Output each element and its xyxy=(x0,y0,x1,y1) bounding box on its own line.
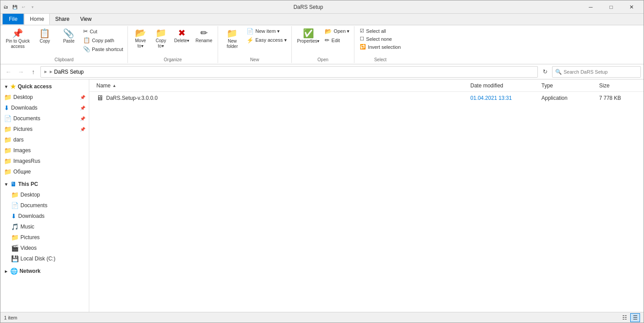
move-to-button[interactable]: 📂 Move to▾ xyxy=(131,27,150,50)
sidebar-item-music-pc[interactable]: 🎵 Music xyxy=(0,221,89,232)
pin-label: Pin to Quick access xyxy=(6,39,30,49)
sidebar-label-obshie: Общие xyxy=(13,169,85,175)
ribbon-group-select: ☑ Select all ☐ Select none 🔁 Invert sele… xyxy=(354,26,406,63)
organize-content: 📂 Move to▾ 📁 Copy to▾ ✖ Delete▾ ✏ Rename xyxy=(131,27,215,56)
open-label: Open ▾ xyxy=(334,28,350,34)
new-item-button[interactable]: 📄 New item ▾ xyxy=(245,27,289,35)
imagesrus-folder-icon: 📁 xyxy=(4,158,12,165)
sidebar-this-pc-header[interactable]: ▼ 🖥 This PC xyxy=(0,179,89,189)
new-folder-icon: 📁 xyxy=(227,29,238,38)
address-path[interactable]: ► ► DaRS Setup xyxy=(40,66,538,78)
paste-icon: 📎 xyxy=(63,29,74,38)
column-date-header[interactable]: Date modified xyxy=(467,81,538,91)
select-all-button[interactable]: ☑ Select all xyxy=(357,27,403,35)
copy-button[interactable]: 📋 Copy xyxy=(33,27,56,46)
sidebar-item-pictures-qa[interactable]: 📁 Pictures 📌 xyxy=(0,124,89,134)
status-bar: 1 item ☷ ☰ xyxy=(0,312,644,323)
sidebar-item-desktop-pc[interactable]: 📁 Desktop xyxy=(0,189,89,200)
easy-access-button[interactable]: ⚡ Easy access ▾ xyxy=(245,36,289,44)
network-icon: 🌐 xyxy=(10,268,18,275)
sidebar-label-pictures-pc: Pictures xyxy=(20,234,85,240)
column-name-header[interactable]: Name ▲ xyxy=(93,81,467,91)
tab-view[interactable]: View xyxy=(75,13,97,25)
file-icon: 🖥 xyxy=(96,94,103,102)
title-bar: 🗂 💾 ↩ ▾ DaRS Setup ─ □ ✕ xyxy=(0,0,644,14)
up-button[interactable]: ↑ xyxy=(28,67,39,77)
refresh-button[interactable]: ↻ xyxy=(540,67,550,77)
sidebar-item-downloads-qa[interactable]: ⬇ Downloads 📌 xyxy=(0,102,89,113)
sidebar-item-obshie[interactable]: 📁 Общие xyxy=(0,166,89,177)
properties-icon: ✅ xyxy=(303,29,314,38)
content-area: Name ▲ Date modified Type Size 🖥 DaRS.Se… xyxy=(89,79,644,323)
search-box[interactable]: 🔍 xyxy=(552,66,641,78)
sidebar-network-header[interactable]: ► 🌐 Network xyxy=(0,266,89,276)
paste-shortcut-button[interactable]: 📎 Paste shortcut xyxy=(81,45,125,53)
table-row[interactable]: 🖥 DaRS.Setup-v.3.0.0.0 01.04.2021 13:31 … xyxy=(89,92,644,104)
tab-share[interactable]: Share xyxy=(50,13,75,25)
quick-access-toolbar: 💾 xyxy=(11,4,18,11)
cut-label: Cut xyxy=(90,29,97,34)
main-layout: ▼ ★ Quick access 📁 Desktop 📌 ⬇ Downloads… xyxy=(0,79,644,323)
music-icon: 🎵 xyxy=(11,223,19,230)
edit-button[interactable]: ✏ Edit xyxy=(323,36,351,44)
dars-folder-icon: 📁 xyxy=(4,136,12,143)
sidebar-item-downloads-pc[interactable]: ⬇ Downloads xyxy=(0,211,89,221)
copy-to-icon: 📁 xyxy=(155,28,167,37)
select-none-button[interactable]: ☐ Select none xyxy=(357,35,403,43)
window-icon: 🗂 xyxy=(2,4,9,11)
sidebar-item-documents-pc[interactable]: 📄 Documents xyxy=(0,200,89,211)
select-content: ☑ Select all ☐ Select none 🔁 Invert sele… xyxy=(357,27,403,56)
ribbon-group-new: 📁 New folder 📄 New item ▾ ⚡ Easy access … xyxy=(218,26,292,63)
back-button[interactable]: ← xyxy=(3,67,14,77)
undo-icon[interactable]: ↩ xyxy=(20,4,27,11)
maximize-button[interactable]: □ xyxy=(601,0,621,14)
this-pc-icon: 🖥 xyxy=(10,181,16,188)
sidebar-quick-access-header[interactable]: ▼ ★ Quick access xyxy=(0,81,89,92)
copy-path-button[interactable]: 📋 Copy path xyxy=(81,36,125,44)
rename-button[interactable]: ✏ Rename xyxy=(193,27,215,45)
organize-label: Organize xyxy=(164,57,182,62)
tab-file[interactable]: File xyxy=(2,13,24,25)
cut-button[interactable]: ✂ Cut xyxy=(81,27,125,35)
copy-path-icon: 📋 xyxy=(83,37,90,43)
new-item-label: New item ▾ xyxy=(255,28,280,34)
sidebar-item-dars[interactable]: 📁 dars xyxy=(0,134,89,145)
network-expand-icon: ► xyxy=(4,269,8,274)
sidebar-item-desktop-qa[interactable]: 📁 Desktop 📌 xyxy=(0,92,89,102)
select-none-icon: ☐ xyxy=(360,36,364,42)
sidebar-item-localdisk-pc[interactable]: 💾 Local Disk (C:) xyxy=(0,253,89,264)
pin-to-quick-access-button[interactable]: 📌 Pin to Quick access xyxy=(3,27,32,51)
images-folder-icon: 📁 xyxy=(4,147,12,154)
delete-button[interactable]: ✖ Delete▾ xyxy=(171,27,192,45)
select-label: Select xyxy=(374,57,386,62)
forward-button[interactable]: → xyxy=(16,67,26,77)
minimize-button[interactable]: ─ xyxy=(580,0,601,14)
pin-indicator-doc: 📌 xyxy=(80,116,85,121)
search-input[interactable] xyxy=(564,69,638,75)
file-size-cell: 7 778 KB xyxy=(596,95,640,101)
this-pc-label: This PC xyxy=(18,181,38,187)
tab-home[interactable]: Home xyxy=(24,13,50,25)
edit-icon: ✏ xyxy=(325,37,330,43)
sidebar-item-documents-qa[interactable]: 📄 Documents 📌 xyxy=(0,113,89,124)
open-button[interactable]: 📂 Open ▾ xyxy=(323,27,351,35)
column-type-header[interactable]: Type xyxy=(538,81,596,91)
paste-button[interactable]: 📎 Paste xyxy=(57,27,80,46)
new-folder-button[interactable]: 📁 New folder xyxy=(221,27,244,51)
sidebar-item-imagesrus[interactable]: 📁 ImagesRus xyxy=(0,156,89,166)
sidebar-item-videos-pc[interactable]: 🎬 Videos xyxy=(0,243,89,253)
sidebar-item-pictures-pc[interactable]: 📁 Pictures xyxy=(0,232,89,243)
column-size-header[interactable]: Size xyxy=(596,81,640,91)
list-view-button[interactable]: ☰ xyxy=(630,313,640,322)
invert-label: Invert selection xyxy=(368,44,401,50)
sidebar-label-desktop-qa: Desktop xyxy=(13,94,78,100)
sidebar-item-images[interactable]: 📁 Images xyxy=(0,145,89,156)
details-view-button[interactable]: ☷ xyxy=(620,313,629,322)
invert-selection-button[interactable]: 🔁 Invert selection xyxy=(357,43,403,51)
dropdown-arrow-icon[interactable]: ▾ xyxy=(29,4,36,11)
copy-to-button[interactable]: 📁 Copy to▾ xyxy=(151,27,171,50)
select-all-icon: ☑ xyxy=(360,28,364,34)
close-button[interactable]: ✕ xyxy=(621,0,642,14)
quick-access-expand-icon: ▼ xyxy=(4,84,8,89)
properties-button[interactable]: ✅ Properties▾ xyxy=(294,27,322,46)
